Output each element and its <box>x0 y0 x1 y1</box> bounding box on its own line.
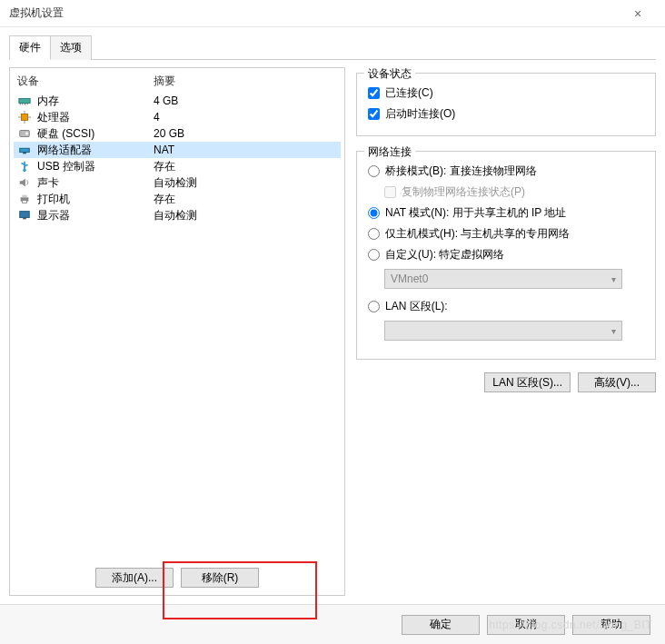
custom-radio-row[interactable]: 自定义(U): 特定虚拟网络 <box>368 244 644 265</box>
titlebar: 虚拟机设置 × <box>0 0 665 27</box>
svg-rect-1 <box>20 104 21 105</box>
connected-checkbox[interactable] <box>368 87 380 99</box>
hardware-label: 硬盘 (SCSI) <box>37 126 154 142</box>
hardware-panel: 设备 摘要 内存4 GB处理器4硬盘 (SCSI)20 GB网络适配器NATUS… <box>9 67 345 596</box>
lan-segment-label: LAN 区段(L): <box>385 299 448 314</box>
hardware-summary: 20 GB <box>154 127 337 140</box>
svg-rect-21 <box>23 218 26 220</box>
bridged-label: 桥接模式(B): 直接连接物理网络 <box>385 163 537 179</box>
svg-rect-18 <box>22 195 26 198</box>
svg-rect-19 <box>22 201 26 203</box>
connect-power-on-row[interactable]: 启动时连接(O) <box>368 104 644 124</box>
panels: 设备 摘要 内存4 GB处理器4硬盘 (SCSI)20 GB网络适配器NATUS… <box>9 60 656 596</box>
window-title: 虚拟机设置 <box>9 5 620 21</box>
disk-icon <box>17 126 32 141</box>
hardware-summary: 存在 <box>154 159 337 174</box>
hardware-row[interactable]: 声卡自动检测 <box>14 174 341 191</box>
lan-segment-radio[interactable] <box>368 301 380 312</box>
sound-icon <box>17 175 32 190</box>
network-icon <box>17 143 32 157</box>
bridged-radio-row[interactable]: 桥接模式(B): 直接连接物理网络 <box>368 161 644 182</box>
cancel-button[interactable]: 取消 <box>487 615 565 635</box>
close-icon[interactable]: × <box>620 6 656 21</box>
svg-rect-3 <box>25 104 25 105</box>
hostonly-label: 仅主机模式(H): 与主机共享的专用网络 <box>385 226 570 242</box>
usb-icon <box>17 159 32 173</box>
lan-segment-dropdown[interactable]: ▾ <box>384 321 622 341</box>
help-button[interactable]: 帮助 <box>572 615 650 635</box>
custom-network-dropdown[interactable]: VMnet0 ▾ <box>384 269 622 289</box>
network-connection-group: 网络连接 桥接模式(B): 直接连接物理网络 复制物理网络连接状态(P) NAT… <box>356 151 656 360</box>
replicate-checkbox <box>384 186 396 198</box>
connect-power-on-checkbox[interactable] <box>368 108 380 120</box>
hardware-row[interactable]: 处理器4 <box>14 109 341 125</box>
hardware-summary: 4 GB <box>154 94 337 107</box>
bridged-radio[interactable] <box>368 165 380 177</box>
memory-icon <box>17 94 32 108</box>
hardware-summary: 存在 <box>154 192 337 207</box>
hardware-summary: 自动检测 <box>154 208 337 223</box>
hardware-buttons: 添加(A)... 移除(R) <box>10 560 344 595</box>
hostonly-radio-row[interactable]: 仅主机模式(H): 与主机共享的专用网络 <box>368 223 644 244</box>
hardware-label: 声卡 <box>37 175 154 191</box>
connected-label: 已连接(C) <box>385 85 433 101</box>
hardware-summary: 自动检测 <box>154 175 337 191</box>
custom-label: 自定义(U): 特定虚拟网络 <box>385 247 504 263</box>
device-status-legend: 设备状态 <box>364 66 415 82</box>
device-status-group: 设备状态 已连接(C) 启动时连接(O) <box>356 73 656 136</box>
svg-rect-0 <box>19 98 30 103</box>
hardware-list: 内存4 GB处理器4硬盘 (SCSI)20 GB网络适配器NATUSB 控制器存… <box>10 93 344 223</box>
remove-button[interactable]: 移除(R) <box>181 568 259 588</box>
hardware-summary: 4 <box>154 111 337 124</box>
dialog-footer: 确定 取消 帮助 <box>0 604 665 644</box>
hardware-label: 显示器 <box>37 208 154 223</box>
svg-rect-5 <box>22 114 28 121</box>
network-extra-buttons: LAN 区段(S)... 高级(V)... <box>356 369 656 396</box>
lan-segments-button[interactable]: LAN 区段(S)... <box>484 372 571 392</box>
display-icon <box>17 208 32 223</box>
network-connection-legend: 网络连接 <box>364 144 415 160</box>
tab-hardware[interactable]: 硬件 <box>9 35 51 60</box>
chevron-down-icon: ▾ <box>611 274 616 284</box>
hardware-header: 设备 摘要 <box>10 68 344 93</box>
svg-rect-20 <box>20 212 30 218</box>
svg-point-11 <box>25 132 29 135</box>
hardware-row[interactable]: USB 控制器存在 <box>14 158 341 174</box>
nat-radio[interactable] <box>368 207 380 219</box>
nat-radio-row[interactable]: NAT 模式(N): 用于共享主机的 IP 地址 <box>368 203 644 223</box>
dialog-body: 硬件 选项 设备 摘要 内存4 GB处理器4硬盘 (SCSI)20 GB网络适配… <box>0 27 665 599</box>
advanced-button[interactable]: 高级(V)... <box>578 372 656 392</box>
hardware-row[interactable]: 内存4 GB <box>14 93 341 109</box>
hostonly-radio[interactable] <box>368 228 380 240</box>
hardware-row[interactable]: 网络适配器NAT <box>14 142 341 158</box>
column-device: 设备 <box>17 74 154 89</box>
column-summary: 摘要 <box>154 74 337 89</box>
ok-button[interactable]: 确定 <box>402 615 480 635</box>
hardware-label: 网络适配器 <box>37 143 154 158</box>
tab-options[interactable]: 选项 <box>50 35 92 60</box>
add-button[interactable]: 添加(A)... <box>95 568 174 588</box>
hardware-label: USB 控制器 <box>37 159 154 174</box>
connect-power-on-label: 启动时连接(O) <box>385 106 455 122</box>
hardware-row[interactable]: 硬盘 (SCSI)20 GB <box>14 125 341 142</box>
spacer <box>10 223 344 560</box>
hardware-label: 打印机 <box>37 192 154 207</box>
svg-marker-16 <box>20 179 25 187</box>
hardware-row[interactable]: 显示器自动检测 <box>14 207 341 223</box>
svg-rect-12 <box>20 148 30 152</box>
tab-strip: 硬件 选项 <box>9 35 656 60</box>
lan-segment-radio-row[interactable]: LAN 区段(L): <box>368 296 644 317</box>
connected-checkbox-row[interactable]: 已连接(C) <box>368 83 644 104</box>
replicate-checkbox-row: 复制物理网络连接状态(P) <box>384 182 644 203</box>
svg-rect-13 <box>23 153 26 154</box>
svg-rect-4 <box>27 104 28 105</box>
hardware-summary: NAT <box>154 144 337 156</box>
hardware-label: 内存 <box>37 94 154 109</box>
hardware-row[interactable]: 打印机存在 <box>14 191 341 207</box>
custom-radio[interactable] <box>368 249 380 261</box>
svg-rect-2 <box>22 104 23 105</box>
chevron-down-icon: ▾ <box>611 326 616 336</box>
hardware-label: 处理器 <box>37 110 154 125</box>
settings-panel: 设备状态 已连接(C) 启动时连接(O) 网络连接 桥接模式(B): 直接连接物… <box>356 67 656 596</box>
cpu-icon <box>17 110 32 124</box>
